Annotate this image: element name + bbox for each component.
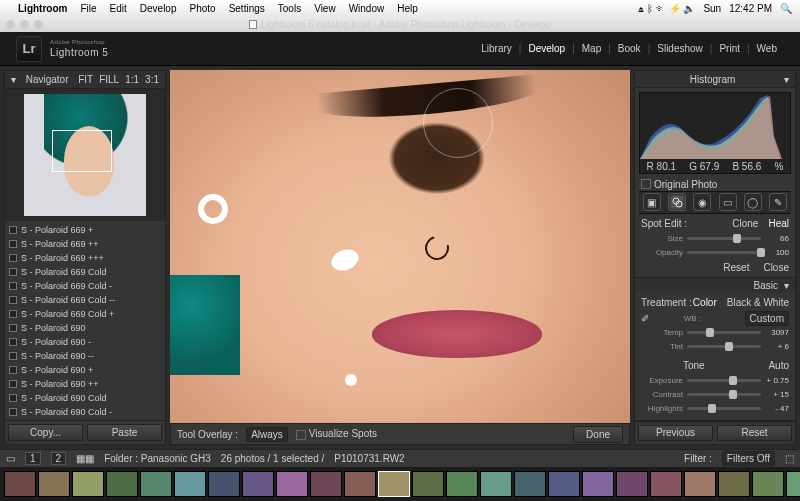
menu-photo[interactable]: Photo (190, 3, 216, 14)
eyedropper-icon[interactable]: ✐ (641, 313, 655, 324)
histogram[interactable]: R 80.1 G 67.9 B 56.6 % (639, 92, 791, 174)
zoom-fill[interactable]: FILL (99, 74, 119, 85)
page-1[interactable]: 1 (25, 452, 41, 465)
grid-icon[interactable]: ▦▦ (76, 453, 94, 464)
folder-path[interactable]: Folder : Panasonic GH3 (104, 453, 211, 464)
filmstrip-thumb[interactable] (378, 471, 410, 497)
menu-app[interactable]: Lightroom (18, 3, 67, 14)
window-max-button[interactable] (34, 20, 43, 29)
filmstrip-thumb[interactable] (582, 471, 614, 497)
paste-button[interactable]: Paste (87, 424, 162, 441)
navigator-thumb[interactable] (5, 89, 165, 221)
exposure-slider[interactable]: Exposure+ 0.75 (641, 374, 789, 388)
auto-tone[interactable]: Auto (768, 360, 789, 371)
filmstrip-thumb[interactable] (4, 471, 36, 497)
menu-view[interactable]: View (314, 3, 336, 14)
reset-button[interactable]: Reset (717, 425, 792, 441)
spot-removal-tool[interactable] (668, 193, 686, 211)
wb-select[interactable]: Custom (745, 311, 789, 326)
menu-tools[interactable]: Tools (278, 3, 301, 14)
module-slideshow[interactable]: Slideshow (650, 43, 710, 54)
preset-row[interactable]: S - Polaroid 690 ++ (9, 377, 161, 391)
crop-tool[interactable]: ▣ (643, 193, 661, 211)
adjustment-brush-tool[interactable]: ✎ (769, 193, 787, 211)
module-print[interactable]: Print (712, 43, 747, 54)
basic-header[interactable]: Basic▾ (635, 278, 795, 293)
filmstrip-thumb[interactable] (480, 471, 512, 497)
filmstrip-thumb[interactable] (38, 471, 70, 497)
window-close-button[interactable] (6, 20, 15, 29)
filmstrip-thumb[interactable] (106, 471, 138, 497)
menu-edit[interactable]: Edit (110, 3, 127, 14)
zoom-1-1[interactable]: 1:1 (125, 74, 139, 85)
menu-develop[interactable]: Develop (140, 3, 177, 14)
visualize-spots-chk[interactable]: Visualize Spots (296, 428, 377, 439)
preset-row[interactable]: S - Polaroid 669 + (9, 223, 161, 237)
navigator-header[interactable]: ▾ Navigator FIT FILL 1:1 3:1 (5, 71, 165, 89)
filmstrip-thumb[interactable] (616, 471, 648, 497)
filmstrip-thumb[interactable] (174, 471, 206, 497)
filmstrip-thumb[interactable] (276, 471, 308, 497)
graduated-filter-tool[interactable]: ▭ (719, 193, 737, 211)
filmstrip-thumb[interactable] (242, 471, 274, 497)
copy-button[interactable]: Copy... (8, 424, 83, 441)
module-library[interactable]: Library (474, 43, 519, 54)
preset-row[interactable]: S - Polaroid 669 +++ (9, 251, 161, 265)
filmstrip-thumb[interactable] (548, 471, 580, 497)
preset-row[interactable]: S - Polaroid 690 Cold - (9, 405, 161, 419)
tint-slider[interactable]: Tint+ 6 (641, 340, 789, 354)
temp-slider[interactable]: Temp3097 (641, 326, 789, 340)
menu-settings[interactable]: Settings (229, 3, 265, 14)
window-min-button[interactable] (20, 20, 29, 29)
preset-row[interactable]: S - Polaroid 669 Cold - (9, 279, 161, 293)
filmstrip-thumb[interactable] (718, 471, 750, 497)
menu-help[interactable]: Help (397, 3, 418, 14)
page-2[interactable]: 2 (51, 452, 67, 465)
menu-window[interactable]: Window (349, 3, 385, 14)
image-canvas[interactable] (170, 70, 630, 423)
filmstrip-thumb[interactable] (446, 471, 478, 497)
preset-row[interactable]: S - Polaroid 669 Cold + (9, 307, 161, 321)
filmstrip-thumb[interactable] (650, 471, 682, 497)
tool-overlay-mode[interactable]: Always (246, 427, 288, 442)
filmstrip[interactable] (0, 467, 800, 501)
filmstrip-thumb[interactable] (786, 471, 800, 497)
preset-row[interactable]: S - Polaroid 690 -- (9, 349, 161, 363)
clone-mode[interactable]: Clone (732, 218, 758, 229)
spot-close[interactable]: Close (763, 262, 789, 273)
heal-mode[interactable]: Heal (768, 218, 789, 229)
filmstrip-thumb[interactable] (752, 471, 784, 497)
filmstrip-thumb[interactable] (208, 471, 240, 497)
module-map[interactable]: Map (575, 43, 608, 54)
filmstrip-thumb[interactable] (344, 471, 376, 497)
preset-row[interactable]: S - Polaroid 669 Cold (9, 265, 161, 279)
preset-row[interactable]: S - Polaroid 690 (9, 321, 161, 335)
previous-button[interactable]: Previous (638, 425, 713, 441)
spot-reset[interactable]: Reset (723, 262, 749, 273)
spotlight-icon[interactable]: 🔍 (780, 3, 792, 14)
treatment-bw[interactable]: Black & White (727, 297, 789, 308)
status-icons[interactable]: ⏏ ᛒ ᯤ ⚡ 🔈 (638, 3, 695, 14)
menu-file[interactable]: File (80, 3, 96, 14)
chevron-down-icon[interactable]: ▾ (784, 74, 789, 85)
clock-time[interactable]: 12:42 PM (729, 3, 772, 14)
radial-filter-tool[interactable]: ◯ (744, 193, 762, 211)
filter-lock-icon[interactable]: ⬚ (785, 453, 794, 464)
module-develop[interactable]: Develop (521, 43, 572, 54)
preset-row[interactable]: S - Polaroid 690 - (9, 335, 161, 349)
module-web[interactable]: Web (750, 43, 784, 54)
heal-spot[interactable] (345, 374, 357, 386)
preset-row[interactable]: S - Polaroid 690 + (9, 363, 161, 377)
preset-row[interactable]: S - Polaroid 669 ++ (9, 237, 161, 251)
redeye-tool[interactable]: ◉ (693, 193, 711, 211)
module-book[interactable]: Book (611, 43, 648, 54)
window-titlebar[interactable]: Lightroom 5 catalog.lrcat - Adobe Photos… (0, 17, 800, 32)
filmstrip-thumb[interactable] (140, 471, 172, 497)
done-button[interactable]: Done (573, 426, 623, 443)
clock-day[interactable]: Sun (703, 3, 721, 14)
preset-row[interactable]: S - Polaroid 669 Cold -- (9, 293, 161, 307)
filmstrip-thumb[interactable] (310, 471, 342, 497)
zoom-fit[interactable]: FIT (78, 74, 93, 85)
filmstrip-thumb[interactable] (72, 471, 104, 497)
opacity-slider[interactable]: Opacity100 (641, 246, 789, 260)
